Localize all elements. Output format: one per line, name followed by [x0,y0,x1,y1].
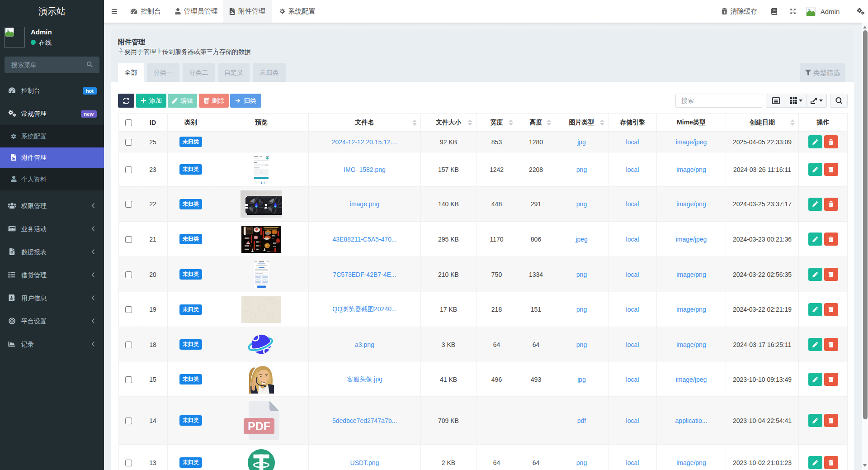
svg-text:PDF: PDF [248,420,270,432]
